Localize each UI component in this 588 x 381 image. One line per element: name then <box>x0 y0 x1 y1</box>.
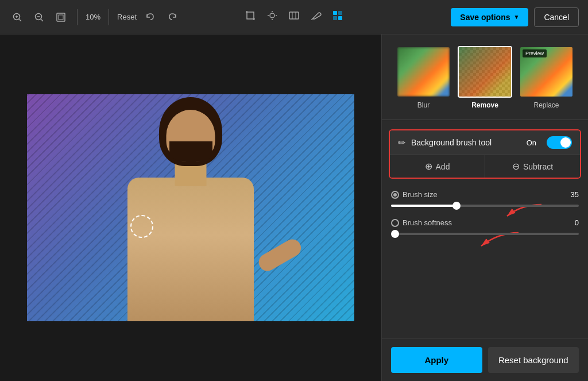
zoom-in-button[interactable] <box>9 9 25 25</box>
svg-rect-19 <box>338 11 342 15</box>
brightness-tool[interactable] <box>266 10 278 24</box>
fit-view-button[interactable] <box>53 9 69 25</box>
remove-label: Remove <box>471 101 498 109</box>
canvas-area[interactable] <box>0 34 381 381</box>
person-torso <box>127 178 254 321</box>
redo-button[interactable] <box>164 9 180 25</box>
subtract-label: Subtract <box>523 162 553 171</box>
replace-label: Replace <box>533 101 559 109</box>
main-area: Blur Preview Remove Preview Replace <box>0 34 588 381</box>
brush-icon: ✏ <box>398 137 405 148</box>
spacer <box>382 253 588 338</box>
filter-tool[interactable] <box>288 10 300 24</box>
zoom-level: 10% <box>86 13 100 21</box>
brush-size-name: Brush size <box>391 190 438 199</box>
brush-tool-header: ✏ Background brush tool On <box>390 130 580 155</box>
chevron-down-icon: ▼ <box>514 14 520 20</box>
save-options-label: Save options <box>460 13 510 22</box>
reset-button[interactable]: Reset <box>117 13 137 21</box>
panel-divider-1 <box>382 120 588 120</box>
person-beard <box>169 141 212 161</box>
blur-preview-image <box>397 47 450 97</box>
right-panel: Blur Preview Remove Preview Replace <box>381 34 588 381</box>
toolbar-left: 10% Reset <box>9 9 446 25</box>
canvas-background <box>27 94 354 321</box>
svg-line-1 <box>20 19 22 21</box>
svg-rect-20 <box>333 16 337 20</box>
svg-line-5 <box>41 19 44 21</box>
preview-thumb-remove: Preview <box>458 46 512 98</box>
bottom-buttons: Apply Reset background <box>382 338 588 381</box>
replace-preview-badge: Preview <box>523 49 547 57</box>
cancel-button[interactable]: Cancel <box>534 7 579 27</box>
svg-line-17 <box>311 19 312 20</box>
subtract-mode-button[interactable]: ⊖ Subtract <box>485 155 580 178</box>
crop-tool[interactable] <box>245 10 256 24</box>
preview-card-remove[interactable]: Preview Remove <box>458 46 512 109</box>
add-mode-button[interactable]: ⊕ Add <box>390 155 485 178</box>
brush-softness-track[interactable] <box>391 233 579 235</box>
add-label: Add <box>436 162 450 171</box>
reset-background-button[interactable]: Reset background <box>488 347 579 373</box>
brush-tool-toggle[interactable] <box>547 136 572 149</box>
preview-section: Blur Preview Remove Preview Replace <box>382 34 588 115</box>
brush-size-track[interactable] <box>391 205 579 207</box>
svg-rect-14 <box>289 12 299 19</box>
brush-softness-row: Brush softness 0 <box>391 218 579 235</box>
preview-thumb-replace: Preview <box>519 46 574 98</box>
person-head <box>159 97 222 166</box>
plus-icon: ⊕ <box>425 161 432 172</box>
brush-softness-name: Brush softness <box>391 218 452 227</box>
divider-2 <box>109 9 109 25</box>
preview-card-replace[interactable]: Preview Replace <box>519 46 574 109</box>
brush-mode-row: ⊕ Add ⊖ Subtract <box>390 155 580 178</box>
draw-tool[interactable] <box>310 10 322 24</box>
person-body <box>93 103 288 321</box>
apply-button[interactable]: Apply <box>391 347 482 373</box>
zoom-out-button[interactable] <box>31 9 47 25</box>
brush-size-radio-icon <box>391 191 399 199</box>
center-tools <box>245 10 343 24</box>
canvas-image <box>27 94 354 321</box>
brush-size-row: Brush size 35 <box>391 190 579 207</box>
brush-tool-label: Background brush tool <box>411 138 521 147</box>
preview-card-blur[interactable]: Blur <box>396 46 451 109</box>
slider-section: Brush size 35 <box>382 183 588 253</box>
toggle-on-label: On <box>527 138 536 147</box>
remove-parrot-overlay <box>459 47 511 97</box>
brush-softness-value: 0 <box>575 218 579 227</box>
svg-rect-18 <box>333 11 337 15</box>
background-tool[interactable] <box>332 10 343 24</box>
brush-softness-header: Brush softness 0 <box>391 218 579 227</box>
person-face <box>167 110 215 161</box>
svg-rect-8 <box>59 15 63 20</box>
svg-rect-7 <box>57 13 65 21</box>
brush-size-value: 35 <box>571 190 579 199</box>
minus-icon: ⊖ <box>512 161 520 172</box>
save-options-button[interactable]: Save options ▼ <box>451 8 528 26</box>
person-arm <box>256 236 304 274</box>
preview-thumb-blur <box>396 46 451 98</box>
brush-tool-section: ✏ Background brush tool On ⊕ Add ⊖ Subtr… <box>389 129 581 179</box>
svg-rect-21 <box>338 16 342 20</box>
divider-1 <box>77 9 78 25</box>
blur-label: Blur <box>417 101 430 109</box>
undo-button[interactable] <box>142 9 158 25</box>
svg-point-9 <box>270 13 274 18</box>
toolbar-right: Save options ▼ Cancel <box>451 7 579 27</box>
toolbar: 10% Reset <box>0 0 588 34</box>
remove-preview-image <box>459 47 511 97</box>
brush-size-header: Brush size 35 <box>391 190 579 199</box>
brush-softness-radio-icon <box>391 219 399 227</box>
